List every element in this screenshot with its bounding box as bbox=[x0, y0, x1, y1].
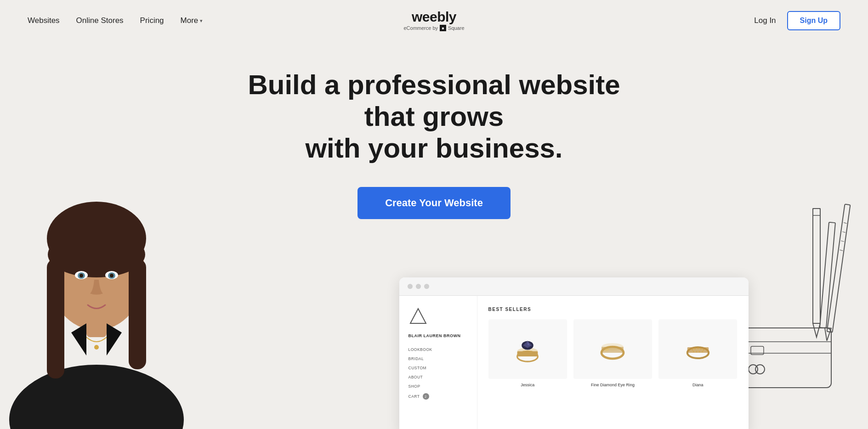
signup-button[interactable]: Sign Up bbox=[787, 11, 840, 30]
svg-point-13 bbox=[94, 345, 99, 350]
store-nav-bridal: BRIDAL bbox=[408, 356, 468, 361]
svg-line-48 bbox=[842, 231, 845, 232]
product-img-jessica bbox=[488, 319, 567, 379]
svg-rect-44 bbox=[820, 222, 835, 328]
svg-point-11 bbox=[79, 274, 83, 277]
store-nav-cart: CART 2 bbox=[408, 393, 468, 400]
svg-point-29 bbox=[697, 348, 698, 349]
svg-rect-17 bbox=[517, 351, 538, 356]
svg-point-39 bbox=[755, 365, 765, 374]
nav-link-more[interactable]: More ▾ bbox=[181, 16, 203, 25]
svg-point-12 bbox=[110, 274, 113, 277]
hero-title: Build a professional website that grows … bbox=[227, 69, 641, 164]
store-name: BLAIR LAUREN BROWN bbox=[408, 333, 468, 338]
product-name-jessica: Jessica bbox=[488, 383, 567, 387]
browser-dot-3 bbox=[424, 284, 429, 289]
svg-rect-46 bbox=[827, 204, 851, 333]
best-sellers-label: BEST SELLERS bbox=[488, 307, 738, 312]
cart-badge: 2 bbox=[423, 393, 429, 400]
svg-marker-14 bbox=[410, 309, 426, 323]
svg-point-6 bbox=[48, 231, 145, 277]
svg-point-33 bbox=[696, 351, 697, 352]
square-icon: ■ bbox=[440, 25, 446, 31]
browser-mockup: BLAIR LAUREN BROWN LOOKBOOK BRIDAL CUSTO… bbox=[399, 277, 749, 429]
svg-marker-42 bbox=[813, 323, 820, 337]
chevron-down-icon: ▾ bbox=[200, 18, 203, 24]
navbar: Websites Online Stores Pricing More ▾ we… bbox=[0, 0, 868, 41]
svg-point-0 bbox=[9, 365, 184, 429]
browser-bar bbox=[399, 277, 749, 296]
svg-rect-41 bbox=[813, 209, 820, 323]
browser-dot-2 bbox=[416, 284, 421, 289]
store-nav-shop: SHOP bbox=[408, 384, 468, 389]
svg-rect-43 bbox=[813, 209, 820, 215]
store-nav-lookbook: LOOKBOOK bbox=[408, 347, 468, 352]
svg-point-31 bbox=[703, 349, 704, 350]
svg-line-50 bbox=[840, 250, 843, 251]
hero-person-image bbox=[0, 153, 193, 429]
browser-content: BLAIR LAUREN BROWN LOOKBOOK BRIDAL CUSTO… bbox=[399, 296, 749, 429]
svg-point-35 bbox=[702, 351, 703, 352]
logo: weebly eCommerce by ■ Square bbox=[403, 10, 464, 31]
svg-line-49 bbox=[841, 241, 844, 242]
svg-point-32 bbox=[693, 351, 694, 352]
product-img-diamond bbox=[573, 319, 652, 379]
svg-point-27 bbox=[692, 349, 693, 350]
svg-rect-4 bbox=[47, 259, 64, 378]
nav-link-websites[interactable]: Websites bbox=[28, 16, 60, 25]
store-sidebar: BLAIR LAUREN BROWN LOOKBOOK BRIDAL CUSTO… bbox=[399, 296, 477, 429]
product-name-diamond: Fine Diamond Eye Ring bbox=[573, 383, 652, 387]
svg-point-34 bbox=[698, 351, 700, 352]
product-card-diamond: Fine Diamond Eye Ring bbox=[573, 319, 652, 387]
product-name-diana: Diana bbox=[658, 383, 737, 387]
svg-line-47 bbox=[844, 223, 847, 224]
nav-left: Websites Online Stores Pricing More ▾ bbox=[28, 16, 203, 25]
store-nav-about: ABOUT bbox=[408, 375, 468, 379]
logo-wordmark: weebly bbox=[403, 10, 464, 24]
svg-point-30 bbox=[700, 348, 702, 350]
svg-rect-36 bbox=[739, 328, 831, 388]
browser-dot-1 bbox=[408, 284, 413, 289]
nav-link-pricing[interactable]: Pricing bbox=[140, 16, 164, 25]
products-grid: Jessica bbox=[488, 319, 738, 387]
login-button[interactable]: Log In bbox=[754, 16, 776, 25]
product-img-diana bbox=[658, 319, 737, 379]
store-nav-custom: CUSTOM bbox=[408, 366, 468, 370]
create-website-button[interactable]: Create Your Website bbox=[357, 187, 511, 219]
product-card-jessica: Jessica bbox=[488, 319, 567, 387]
svg-rect-37 bbox=[739, 342, 831, 353]
store-main: BEST SELLERS bbox=[477, 296, 749, 429]
product-card-diana: Diana bbox=[658, 319, 737, 387]
nav-link-online-stores[interactable]: Online Stores bbox=[76, 16, 124, 25]
nav-right: Log In Sign Up bbox=[754, 11, 840, 30]
svg-rect-23 bbox=[601, 347, 624, 353]
logo-subtext: eCommerce by ■ Square bbox=[403, 25, 464, 31]
store-logo-icon bbox=[408, 307, 428, 326]
svg-point-28 bbox=[694, 348, 696, 350]
hero-section: Build a professional website that grows … bbox=[0, 41, 868, 429]
svg-rect-5 bbox=[129, 259, 146, 369]
